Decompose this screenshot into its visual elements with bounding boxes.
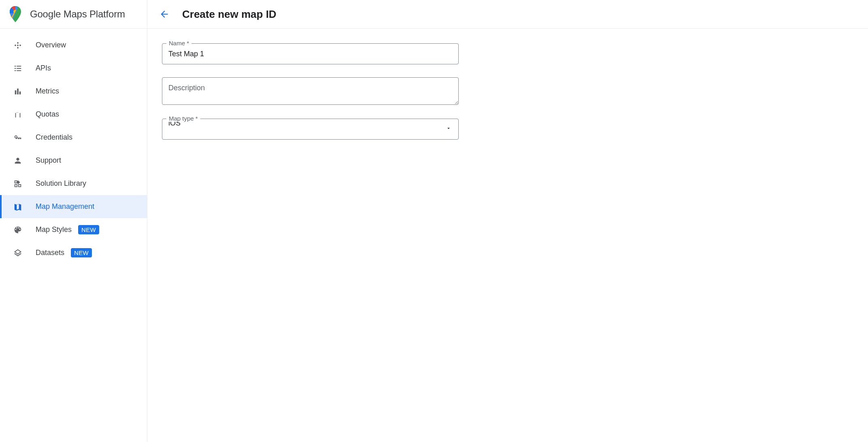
nav-label: Datasets <box>36 249 64 257</box>
description-field-wrapper <box>162 77 459 106</box>
nav-item-quotas[interactable]: Quotas <box>0 103 147 126</box>
nav-item-solution-library[interactable]: Solution Library <box>0 172 147 195</box>
nav-label: Support <box>36 156 61 165</box>
key-icon <box>13 133 23 142</box>
nav-label: APIs <box>36 64 51 72</box>
main-header: Create new map ID <box>147 0 868 29</box>
list-icon <box>13 64 23 73</box>
chart-icon <box>13 87 23 96</box>
sidebar-title: Google Maps Platform <box>30 8 125 20</box>
person-icon <box>13 156 23 166</box>
sidebar-header: Google Maps Platform <box>0 0 147 29</box>
main-content: Create new map ID Name * Map type * iOS <box>147 0 868 442</box>
nav-item-map-styles[interactable]: Map Styles NEW <box>0 218 147 241</box>
nav-item-datasets[interactable]: Datasets NEW <box>0 241 147 264</box>
nav-item-overview[interactable]: Overview <box>0 34 147 57</box>
nav-item-metrics[interactable]: Metrics <box>0 80 147 103</box>
name-input[interactable] <box>162 43 459 64</box>
page-title: Create new map ID <box>182 8 277 21</box>
nav-label: Metrics <box>36 87 59 96</box>
nav-label: Solution Library <box>36 179 86 188</box>
back-button[interactable] <box>159 8 170 20</box>
new-badge: NEW <box>71 248 92 257</box>
map-type-label: Map type * <box>166 115 200 122</box>
apps-icon <box>13 40 23 50</box>
nav-label: Map Styles <box>36 225 72 234</box>
palette-icon <box>13 225 23 235</box>
nav-item-support[interactable]: Support <box>0 149 147 172</box>
map-type-select[interactable]: iOS <box>162 119 459 140</box>
nav-item-map-management[interactable]: Map Management <box>0 195 147 218</box>
storage-icon <box>13 110 23 119</box>
widgets-icon <box>13 179 23 189</box>
map-icon <box>13 202 23 212</box>
nav-label: Map Management <box>36 202 94 211</box>
map-type-field-wrapper: Map type * iOS <box>162 119 459 140</box>
layers-icon <box>13 248 23 258</box>
nav-label: Quotas <box>36 110 59 119</box>
nav-item-apis[interactable]: APIs <box>0 57 147 80</box>
nav-label: Overview <box>36 41 66 49</box>
nav-item-credentials[interactable]: Credentials <box>0 126 147 149</box>
name-label: Name * <box>166 40 191 47</box>
nav-label: Credentials <box>36 133 72 142</box>
description-textarea[interactable] <box>162 77 459 105</box>
new-badge: NEW <box>78 225 99 234</box>
form-area: Name * Map type * iOS <box>147 29 868 167</box>
sidebar: Google Maps Platform Overview APIs Metri… <box>0 0 147 442</box>
name-field-wrapper: Name * <box>162 43 459 64</box>
google-maps-logo-icon <box>10 6 21 22</box>
sidebar-nav: Overview APIs Metrics Quotas <box>0 29 147 264</box>
